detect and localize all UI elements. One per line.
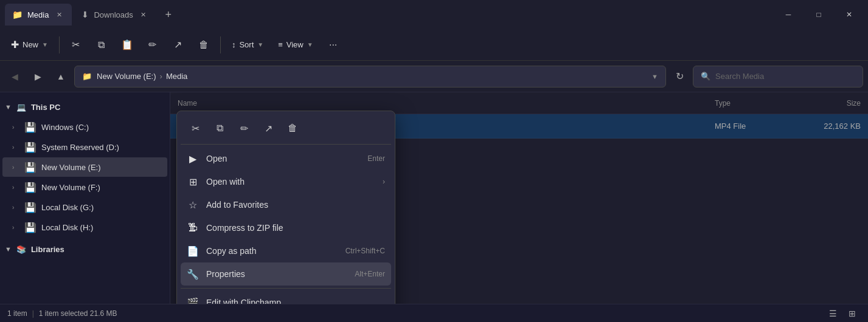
libraries-label: Libraries (31, 245, 64, 254)
window-controls: ─ □ ✕ (774, 5, 863, 24)
ctx-open-label: Open (206, 154, 360, 163)
new-label: New (23, 40, 38, 49)
view-button[interactable]: ≡ View ▼ (272, 36, 319, 53)
search-placeholder: Search Media (715, 72, 764, 81)
path-part-volume: New Volume (E:) (97, 72, 156, 81)
view-toggle-grid[interactable]: ⊞ (844, 306, 861, 321)
rename-button[interactable]: ✏ (141, 33, 164, 57)
address-bar: ◀ ▶ ▲ 📁 New Volume (E:) › Media ▼ ↻ 🔍 Se… (0, 61, 868, 92)
view-label: View (286, 40, 304, 49)
ctx-cut-icon: ✂ (192, 123, 200, 134)
ctx-open-icon: ▶ (187, 153, 199, 165)
view-icon: ≡ (278, 40, 283, 49)
delete-button[interactable]: 🗑 (192, 33, 215, 57)
sidebar: ▼ 💻 This PC › 💾 Windows (C:) › 💾 System … (0, 92, 170, 304)
delete-icon: 🗑 (199, 39, 209, 50)
ctx-separator (181, 288, 391, 289)
drive-icon-f: 💾 (24, 182, 36, 193)
drive-icon-c: 💾 (24, 122, 36, 133)
forward-button[interactable]: ▶ (28, 67, 47, 86)
ctx-favorites-label: Add to Favorites (206, 200, 385, 210)
ctx-open-with-arrow: › (383, 177, 385, 186)
this-pc-chevron: ▼ (5, 103, 12, 111)
sort-dropdown-icon: ▼ (257, 41, 263, 48)
main-content: ▼ 💻 This PC › 💾 Windows (C:) › 💾 System … (0, 92, 868, 304)
refresh-button[interactable]: ↻ (670, 67, 689, 86)
up-button[interactable]: ▲ (51, 67, 71, 86)
ctx-open-shortcut: Enter (367, 154, 385, 163)
ctx-add-favorites[interactable]: ☆ Add to Favorites (181, 193, 391, 216)
tab-downloads[interactable]: ⬇ Downloads ✕ (74, 4, 156, 26)
close-button[interactable]: ✕ (835, 5, 863, 24)
sidebar-item-windows-c[interactable]: › 💾 Windows (C:) (2, 117, 167, 137)
sidebar-item-local-disk-g[interactable]: › 💾 Local Disk (G:) (2, 197, 167, 217)
ctx-edit-clipchamp[interactable]: 🎬 Edit with Clipchamp (181, 291, 391, 304)
ctx-compress-zip[interactable]: 🗜 Compress to ZIP file (181, 216, 391, 239)
ctx-cut-button[interactable]: ✂ (184, 117, 206, 139)
cut-button[interactable]: ✂ (64, 33, 88, 57)
new-button[interactable]: ✚ New ▼ (5, 35, 54, 54)
ctx-copy-path[interactable]: 📄 Copy as path Ctrl+Shift+C (181, 239, 391, 262)
tab-downloads-close[interactable]: ✕ (138, 9, 149, 20)
context-menu-overlay: ✂ ⧉ ✏ ↗ 🗑 ▶ (170, 92, 868, 304)
share-button[interactable]: ↗ (167, 33, 190, 57)
sidebar-this-pc[interactable]: ▼ 💻 This PC (0, 97, 170, 117)
ctx-properties[interactable]: 🔧 Properties Alt+Enter (181, 262, 391, 286)
folder-icon-address: 📁 (82, 72, 92, 81)
chevron-volume-e: › (12, 164, 19, 171)
tab-media[interactable]: 📁 Media ✕ (5, 4, 72, 26)
tab-media-close[interactable]: ✕ (54, 9, 64, 20)
ctx-copy-path-icon: 📄 (187, 245, 199, 257)
ctx-open-with-icon: ⊞ (187, 176, 199, 188)
path-separator: › (160, 72, 162, 81)
view-dropdown-icon: ▼ (307, 41, 313, 48)
copy-button[interactable]: ⧉ (90, 33, 113, 57)
ctx-delete-button[interactable]: 🗑 (282, 117, 304, 139)
sort-button[interactable]: ↕ Sort ▼ (226, 36, 269, 53)
ctx-open-with[interactable]: ⊞ Open with › (181, 170, 391, 193)
status-divider: | (32, 309, 34, 318)
system-d-label: System Reserved (D:) (41, 143, 119, 152)
disk-g-label: Local Disk (G:) (41, 203, 94, 212)
sidebar-item-local-disk-h[interactable]: › 💾 Local Disk (H:) (2, 218, 167, 237)
item-count: 1 item (7, 309, 27, 318)
minimize-button[interactable]: ─ (774, 5, 802, 24)
libraries-chevron: ▼ (5, 245, 12, 253)
sidebar-item-new-volume-f[interactable]: › 💾 New Volume (F:) (2, 177, 167, 197)
more-icon: ··· (329, 39, 337, 50)
sidebar-libraries[interactable]: ▼ 📚 Libraries (0, 239, 170, 259)
ctx-share-button[interactable]: ↗ (257, 117, 279, 139)
share-icon: ↗ (174, 39, 182, 50)
address-dropdown-icon[interactable]: ▼ (651, 73, 658, 80)
ctx-properties-shortcut: Alt+Enter (355, 270, 385, 278)
ctx-zip-icon: 🗜 (187, 222, 199, 233)
paste-button[interactable]: 📋 (116, 33, 139, 57)
sidebar-item-new-volume-e[interactable]: › 💾 New Volume (E:) (2, 157, 167, 177)
volume-e-label: New Volume (E:) (41, 163, 101, 172)
ctx-share-icon: ↗ (265, 123, 273, 134)
ctx-open[interactable]: ▶ Open Enter (181, 147, 391, 170)
ctx-copy-icon: ⧉ (217, 123, 223, 134)
this-pc-label: This PC (31, 103, 60, 112)
ctx-open-with-label: Open with (206, 177, 375, 187)
ctx-rename-button[interactable]: ✏ (233, 117, 255, 139)
sidebar-item-system-reserved-d[interactable]: › 💾 System Reserved (D:) (2, 137, 167, 157)
ctx-favorites-icon: ☆ (187, 199, 199, 211)
address-input[interactable]: 📁 New Volume (E:) › Media ▼ (74, 66, 666, 87)
ctx-properties-icon: 🔧 (187, 269, 199, 280)
windows-c-label: Windows (C:) (41, 123, 89, 132)
chevron-windows-c: › (12, 124, 19, 131)
ctx-copy-button[interactable]: ⧉ (209, 117, 231, 139)
new-tab-button[interactable]: + (159, 5, 178, 24)
more-button[interactable]: ··· (322, 33, 345, 57)
drive-icon-d: 💾 (24, 142, 36, 153)
search-box[interactable]: 🔍 Search Media (693, 66, 863, 87)
sort-icon: ↕ (232, 40, 236, 49)
selected-info: 1 item selected 21.6 MB (39, 309, 117, 318)
view-toggle-list[interactable]: ☰ (824, 306, 841, 321)
back-button[interactable]: ◀ (5, 67, 24, 86)
maximize-button[interactable]: □ (805, 5, 833, 24)
tab-media-label: Media (27, 10, 49, 19)
media-folder-icon: 📁 (12, 10, 23, 19)
status-bar: 1 item | 1 item selected 21.6 MB ☰ ⊞ (0, 304, 868, 322)
